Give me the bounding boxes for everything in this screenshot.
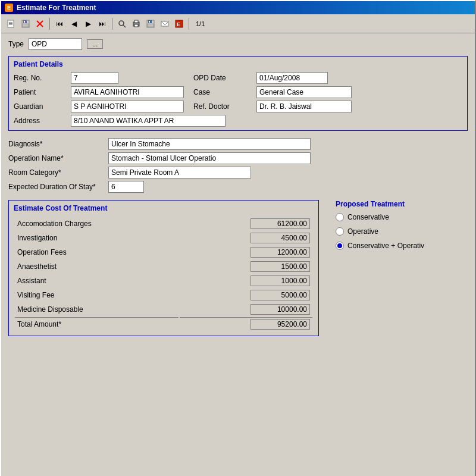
total-value-cell <box>180 317 312 331</box>
export-button[interactable]: E <box>173 17 186 30</box>
sep1 <box>49 18 50 30</box>
svg-rect-3 <box>9 24 12 25</box>
estimate-row: Accomodation Charges <box>15 217 312 230</box>
clinical-section: Diagnosis* Operation Name* Room Category… <box>8 138 468 193</box>
proposed-treatment-section: Proposed Treatment Conservative Operativ… <box>331 200 468 336</box>
type-label: Type <box>8 40 24 48</box>
bottom-section: Estimate Cost Of Treatment Accomodation … <box>8 200 468 336</box>
estimate-cost-section: Estimate Cost Of Treatment Accomodation … <box>8 200 319 336</box>
delete-button[interactable] <box>33 17 46 30</box>
svg-rect-6 <box>24 21 25 23</box>
estimate-amount-input-6[interactable] <box>250 304 310 315</box>
radio-label-2: Conservative + Operativ <box>347 242 424 250</box>
operation-name-input[interactable] <box>108 152 311 164</box>
estimate-row-label: Medicine Disposable <box>15 303 178 316</box>
duration-input[interactable] <box>108 181 144 193</box>
svg-point-10 <box>119 21 124 26</box>
svg-rect-18 <box>148 24 154 27</box>
address-label: Address <box>14 117 67 125</box>
svg-rect-1 <box>9 22 12 23</box>
radio-circle-0[interactable] <box>336 213 344 221</box>
radio-circle-1[interactable] <box>336 227 344 236</box>
estimate-row-label: Accomodation Charges <box>15 217 178 230</box>
svg-rect-13 <box>134 20 138 23</box>
print-button[interactable] <box>130 17 143 30</box>
type-input[interactable] <box>29 38 82 50</box>
total-row: Total Amount* <box>15 317 312 331</box>
reg-no-label: Reg. No. <box>14 74 67 82</box>
next-button[interactable]: ▶ <box>82 17 95 30</box>
reg-no-input[interactable] <box>71 72 118 84</box>
app-icon: E <box>5 4 13 12</box>
patient-form-grid: Reg. No. OPD Date Patient Case Guardian … <box>14 72 462 127</box>
patient-details-section: Patient Details Reg. No. OPD Date Patien… <box>8 56 468 131</box>
case-input[interactable] <box>256 86 352 98</box>
save-button[interactable] <box>19 17 32 30</box>
diagnosis-input[interactable] <box>108 138 311 150</box>
estimate-amount-input-2[interactable] <box>250 247 310 258</box>
estimate-row-value <box>180 289 312 302</box>
estimate-row-value <box>180 260 312 273</box>
prev-button[interactable]: ◀ <box>67 17 80 30</box>
search-button[interactable] <box>115 17 129 30</box>
estimate-amount-input-0[interactable] <box>250 218 310 229</box>
radio-item[interactable]: Conservative <box>336 213 463 221</box>
operation-name-label: Operation Name* <box>8 154 104 162</box>
save2-button[interactable] <box>144 17 157 30</box>
last-button[interactable]: ⏭ <box>96 17 109 30</box>
main-window: E Estimate For Treatment ⏮ ◀ ▶ ⏭ <box>0 0 476 476</box>
estimate-amount-input-5[interactable] <box>250 290 310 300</box>
radio-item[interactable]: Operative <box>336 227 463 236</box>
estimate-amount-input-4[interactable] <box>250 275 310 286</box>
radio-circle-2[interactable] <box>336 242 344 250</box>
svg-rect-7 <box>23 24 29 27</box>
estimate-row: Visiting Fee <box>15 289 312 302</box>
estimate-row-value <box>180 217 312 230</box>
proposed-treatment-title: Proposed Treatment <box>336 200 463 208</box>
case-label: Case <box>193 88 253 96</box>
radio-label-1: Operative <box>347 227 378 236</box>
estimate-row: Anaesthetist <box>15 260 312 273</box>
new-button[interactable] <box>5 17 18 30</box>
estimate-row: Medicine Disposable <box>15 303 312 316</box>
guardian-label: Guardian <box>14 102 67 111</box>
estimate-row-value <box>180 231 312 245</box>
radio-label-0: Conservative <box>347 213 389 221</box>
estimate-row-value <box>180 274 312 287</box>
guardian-input[interactable] <box>71 101 184 112</box>
duration-label: Expected Duration Of Stay* <box>8 183 104 191</box>
estimate-row-value <box>180 303 312 316</box>
svg-rect-2 <box>9 23 12 24</box>
estimate-cost-title: Estimate Cost Of Treatment <box>14 204 314 212</box>
patient-details-title: Patient Details <box>14 60 462 68</box>
main-content: Type ... Patient Details Reg. No. OPD Da… <box>1 33 475 476</box>
first-button[interactable]: ⏮ <box>53 17 66 30</box>
room-category-label: Room Category* <box>8 168 104 177</box>
patient-input[interactable] <box>71 86 184 98</box>
estimate-row-label: Operation Fees <box>15 246 178 259</box>
estimate-amount-input-1[interactable] <box>250 233 310 243</box>
sep2 <box>112 18 112 30</box>
window-title: Estimate For Treatment <box>17 4 96 12</box>
svg-line-11 <box>123 25 126 27</box>
type-browse-button[interactable]: ... <box>87 39 103 49</box>
estimate-amount-input-3[interactable] <box>250 261 310 272</box>
estimate-row: Operation Fees <box>15 246 312 259</box>
radio-item[interactable]: Conservative + Operativ <box>336 242 463 250</box>
address-input[interactable] <box>71 115 226 127</box>
ref-doctor-input[interactable] <box>256 101 352 112</box>
estimate-row-label: Anaesthetist <box>15 260 178 273</box>
estimate-row: Assistant <box>15 274 312 287</box>
opd-date-input[interactable] <box>256 72 328 84</box>
room-category-input[interactable] <box>108 167 251 178</box>
total-amount-input[interactable] <box>250 319 310 330</box>
estimate-row: Investigation <box>15 231 312 245</box>
estimate-row-label: Investigation <box>15 231 178 245</box>
svg-text:E: E <box>177 21 180 27</box>
estimate-row-value <box>180 246 312 259</box>
total-label: Total Amount* <box>15 317 178 331</box>
opd-date-label: OPD Date <box>193 74 253 82</box>
email-button[interactable] <box>158 17 171 30</box>
type-row: Type ... <box>8 38 468 50</box>
sep3 <box>189 18 189 30</box>
